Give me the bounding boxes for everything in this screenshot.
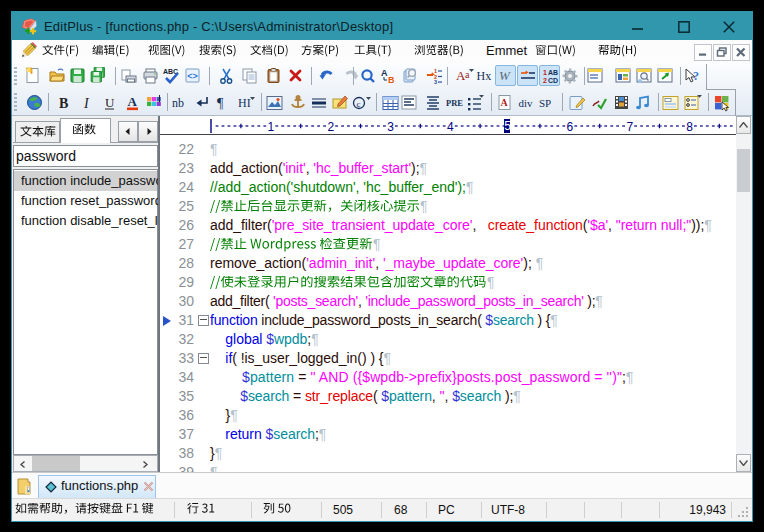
svg-text:a: a [465, 69, 470, 80]
svg-text:nb: nb [172, 96, 184, 110]
svg-text:1: 1 [268, 120, 275, 134]
svg-text:c: c [357, 99, 361, 109]
svg-text:SP: SP [539, 97, 551, 109]
svg-text:2: 2 [543, 77, 547, 84]
svg-text:3: 3 [434, 79, 437, 85]
svg-text:2: 2 [327, 120, 334, 134]
svg-text:?: ? [693, 69, 699, 83]
svg-text:AB: AB [548, 69, 558, 76]
svg-text:A: A [501, 97, 509, 108]
svg-text:I: I [83, 96, 90, 111]
svg-text:B: B [388, 75, 395, 85]
svg-text:U: U [105, 95, 115, 110]
svg-text:CD: CD [548, 77, 558, 84]
svg-text:4: 4 [447, 120, 454, 134]
svg-text:A: A [381, 68, 388, 78]
svg-text:HI: HI [238, 96, 251, 110]
svg-text:PRE: PRE [446, 98, 463, 108]
svg-text:<>: <> [187, 71, 198, 81]
svg-text:Hx: Hx [477, 69, 492, 83]
svg-text:3: 3 [387, 120, 394, 134]
svg-text:8: 8 [686, 120, 693, 134]
svg-text:1: 1 [543, 69, 547, 76]
svg-text:B: B [59, 96, 68, 111]
svg-text:¶: ¶ [217, 96, 224, 111]
svg-text:div: div [519, 97, 534, 109]
svg-text:6: 6 [567, 120, 574, 134]
svg-text:A: A [128, 94, 138, 109]
svg-text:W: W [499, 68, 511, 83]
svg-text:7: 7 [626, 120, 633, 134]
